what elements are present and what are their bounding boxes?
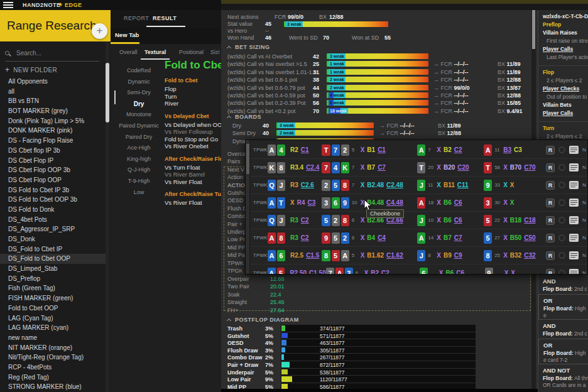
action-token[interactable]: C2.6 (301, 182, 314, 188)
postflop-row[interactable]: Flush Draw3%305/11877 (221, 347, 537, 354)
sidebar-item[interactable]: DS - Facing Flop Raise (0, 136, 106, 146)
bet-sizing-row[interactable]: (wzlds) Call vs AI Overbet423 weak (221, 53, 537, 60)
bet-sizing-row[interactable]: (wzlds) Call vs bet 0.2-0.39 Pot566 weak… (221, 99, 537, 107)
action-token[interactable]: C18 (524, 217, 535, 224)
action-token[interactable]: B20 (444, 164, 455, 171)
texture-item[interactable]: Q-J-High (111, 165, 167, 176)
action-token[interactable]: B6 (444, 199, 452, 206)
board-row[interactable]: TPWKATXR4C336910XB4.48C4.48A18XB6C6330XX… (251, 194, 588, 212)
bet-sizing-row[interactable]: (wzlds) Call vs bet 0.6-0.79 pot442 weak… (221, 84, 537, 92)
sidebar-item[interactable]: LAG (Cyan Tag) (0, 313, 106, 324)
action-token[interactable]: R3 (290, 234, 298, 241)
sidebar-item[interactable]: DS Cbet Flop OOP 3b (0, 165, 106, 175)
replay-button[interactable]: R (546, 146, 555, 155)
action-token[interactable]: B18 (510, 217, 521, 224)
texture-item[interactable]: Ace-High (111, 143, 167, 154)
action-token[interactable]: C1.50 (309, 270, 326, 275)
sidebar-item[interactable]: RCP - 4betPots (0, 362, 106, 373)
sidebar-scrollbar-thumb[interactable] (106, 63, 109, 122)
action-token[interactable]: C70 (524, 164, 535, 171)
notes-icon[interactable] (569, 163, 579, 172)
view-tab-textural[interactable]: Textural (144, 49, 166, 55)
action-token[interactable]: C1 (378, 146, 386, 153)
notes-icon[interactable] (569, 251, 579, 259)
view-tab-positional[interactable]: Positional (179, 49, 204, 55)
action-token[interactable]: B2 (371, 270, 379, 275)
action-token[interactable]: X (361, 252, 365, 259)
notes-icon[interactable] (569, 234, 579, 242)
sidebar-item[interactable]: DS_4bet Pots (0, 215, 106, 225)
action-token[interactable]: C6 (456, 270, 464, 275)
texture-scrollbar-thumb[interactable] (114, 90, 116, 104)
postflop-header[interactable]: POSTFLOP DIAGRAM (227, 317, 299, 323)
action-token[interactable]: X (437, 252, 441, 259)
texture-item[interactable]: Monotone (111, 109, 167, 121)
action-token[interactable]: X (437, 182, 441, 188)
action-token[interactable]: C1 (301, 146, 309, 153)
replay-button[interactable]: R (546, 269, 555, 275)
sidebar-item[interactable]: Fold to Cbet OOP (0, 303, 106, 313)
action-token[interactable]: C2 (301, 234, 309, 241)
tab-report[interactable]: REPORT (124, 15, 149, 21)
action-token[interactable]: X (437, 146, 441, 153)
texture-item[interactable]: CodeRed (111, 65, 167, 77)
action-token[interactable]: C7 (378, 164, 386, 171)
action-token[interactable]: B4 (367, 234, 375, 241)
sidebar-item[interactable]: Nit/Tight-Reg (Orange Tag) (0, 352, 106, 362)
action-token[interactable]: C9 (454, 252, 462, 259)
bet-sizing-row[interactable]: (wzlds) Call vs Nai overbet 1.01-1.5311 … (221, 68, 537, 76)
action-token[interactable]: X (437, 199, 441, 206)
action-token[interactable]: X (503, 252, 508, 259)
notes-icon[interactable] (569, 181, 579, 189)
action-token[interactable]: C2.48 (386, 182, 403, 188)
sidebar-item[interactable]: DS Fold to Cbet OOP 3b (0, 195, 106, 205)
tab-result[interactable]: RESULT (153, 15, 177, 21)
sidebar-item[interactable]: DS_Fold to Cbet OOP (0, 254, 106, 264)
sidebar-item[interactable]: LAG MARKER (cyan) (0, 323, 106, 333)
action-token[interactable]: C7 (454, 234, 462, 241)
bet-sizing-row[interactable]: (wzlds) Call vs bet 0.4-0.59 pot504 weak… (221, 92, 537, 99)
texture-item[interactable]: T-9-High (111, 176, 167, 187)
sidebar-item[interactable]: new name (0, 333, 106, 343)
action-token[interactable]: B7 (367, 164, 375, 171)
bet-sizing-row[interactable]: (wzlds) Call vs bet 0.8-1 pot382 weak→ F… (221, 76, 537, 84)
action-token[interactable]: X (364, 270, 369, 275)
texture-item[interactable]: Dynamic (111, 77, 167, 88)
board-row[interactable]: TPWKQJR3C25286XB2.66C2.66J10XB6C6522XB18… (251, 212, 588, 229)
search-input[interactable] (16, 50, 92, 57)
sidebar-item[interactable]: BB vs BTN (0, 96, 106, 106)
action-token[interactable]: R4 (297, 199, 305, 206)
stats-scrollbar-thumb[interactable] (532, 10, 535, 49)
action-token[interactable]: R3.4 (290, 164, 303, 171)
sidebar-item[interactable]: DS_Aggressor_IP_SRP (0, 224, 106, 234)
notes-icon[interactable] (569, 199, 579, 207)
sidebar-item[interactable]: DONK MARKER (pink) (0, 126, 106, 136)
action-token[interactable]: R2 (290, 146, 298, 153)
texture-item[interactable]: King-high (111, 154, 167, 165)
section-item[interactable]: River (165, 100, 221, 107)
action-token[interactable]: B1 (367, 146, 375, 153)
action-token[interactable]: B11 (444, 182, 455, 188)
sidebar-item[interactable]: Reg (Red Tag) (0, 373, 106, 383)
action-token[interactable]: X (503, 164, 508, 171)
sidebar-item[interactable]: Fish (Green Tag) (0, 283, 106, 293)
action-token[interactable]: X (437, 234, 441, 241)
action-token[interactable]: B2 (444, 146, 452, 153)
postflop-row[interactable]: OESD4%463/11877 (221, 339, 537, 347)
action-token[interactable]: C4.48 (386, 199, 403, 206)
postflop-row[interactable]: Pair + Draw7%872/11877 (221, 361, 537, 369)
board-row[interactable]: TPWKQJR3C2.62587XB2.48C2.48J11XB11C11933… (251, 177, 588, 194)
texture-item[interactable]: Paired Dynamic (111, 121, 167, 132)
section-item[interactable]: Vs River Onebet (165, 143, 221, 150)
action-token[interactable]: C1.5 (306, 252, 319, 259)
board-row[interactable]: TPWKA5R2.50C1.507A36XB2C26XB6C69XXRN (251, 264, 588, 275)
action-token[interactable]: X (361, 146, 365, 153)
action-token[interactable]: R3 (290, 182, 298, 188)
view-tab-overall[interactable]: Overall (119, 49, 138, 55)
action-token[interactable]: B6 (444, 217, 452, 224)
sidebar-item[interactable]: DS_Limped_Stab (0, 264, 106, 274)
section-item[interactable]: Vs River Float (165, 178, 221, 186)
action-token[interactable]: B7 (444, 234, 452, 241)
texture-item[interactable]: Paired Dry (111, 132, 167, 143)
board-row[interactable]: TPWKK8R3.4C2.474K7XB7C7T20XB20C20T58XB70… (251, 159, 588, 177)
